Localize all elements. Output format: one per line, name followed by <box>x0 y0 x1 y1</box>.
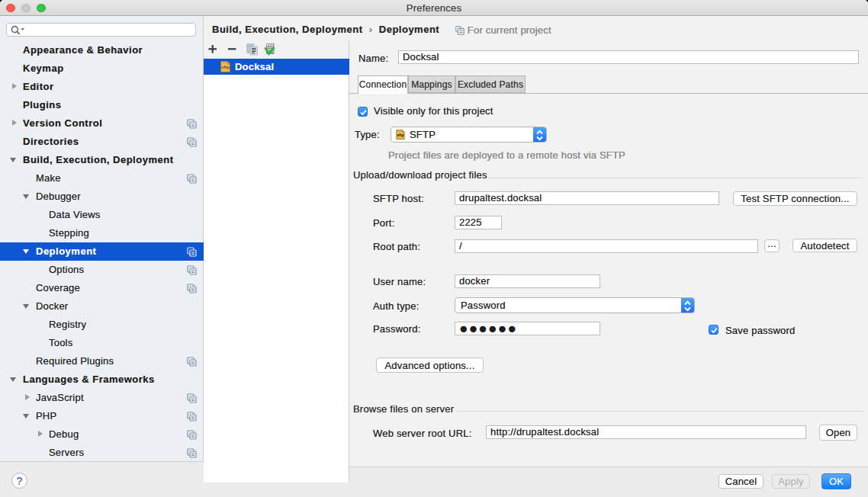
svg-text:sftp: sftp <box>221 65 230 69</box>
svg-text:sftp: sftp <box>397 133 403 137</box>
